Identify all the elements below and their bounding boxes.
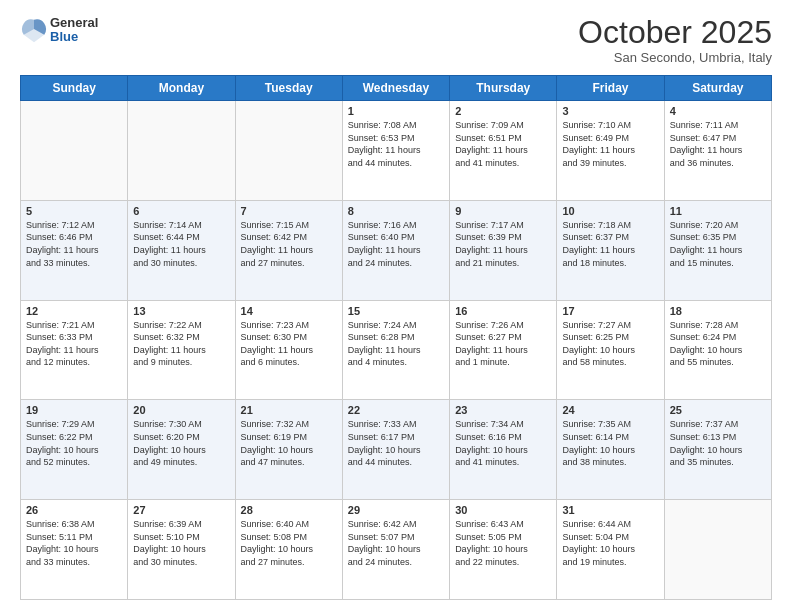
header-row: Sunday Monday Tuesday Wednesday Thursday… bbox=[21, 76, 772, 101]
day-number: 3 bbox=[562, 105, 658, 117]
table-row: 31Sunrise: 6:44 AM Sunset: 5:04 PM Dayli… bbox=[557, 500, 664, 600]
table-row: 14Sunrise: 7:23 AM Sunset: 6:30 PM Dayli… bbox=[235, 300, 342, 400]
day-info: Sunrise: 7:11 AM Sunset: 6:47 PM Dayligh… bbox=[670, 119, 766, 169]
col-saturday: Saturday bbox=[664, 76, 771, 101]
calendar-table: Sunday Monday Tuesday Wednesday Thursday… bbox=[20, 75, 772, 600]
day-info: Sunrise: 6:40 AM Sunset: 5:08 PM Dayligh… bbox=[241, 518, 337, 568]
table-row: 27Sunrise: 6:39 AM Sunset: 5:10 PM Dayli… bbox=[128, 500, 235, 600]
day-info: Sunrise: 7:27 AM Sunset: 6:25 PM Dayligh… bbox=[562, 319, 658, 369]
col-thursday: Thursday bbox=[450, 76, 557, 101]
day-info: Sunrise: 7:24 AM Sunset: 6:28 PM Dayligh… bbox=[348, 319, 444, 369]
day-info: Sunrise: 7:29 AM Sunset: 6:22 PM Dayligh… bbox=[26, 418, 122, 468]
col-wednesday: Wednesday bbox=[342, 76, 449, 101]
header: General Blue October 2025 San Secondo, U… bbox=[20, 16, 772, 65]
table-row: 20Sunrise: 7:30 AM Sunset: 6:20 PM Dayli… bbox=[128, 400, 235, 500]
table-row: 25Sunrise: 7:37 AM Sunset: 6:13 PM Dayli… bbox=[664, 400, 771, 500]
col-tuesday: Tuesday bbox=[235, 76, 342, 101]
table-row: 23Sunrise: 7:34 AM Sunset: 6:16 PM Dayli… bbox=[450, 400, 557, 500]
page: General Blue October 2025 San Secondo, U… bbox=[0, 0, 792, 612]
title-block: October 2025 San Secondo, Umbria, Italy bbox=[578, 16, 772, 65]
table-row bbox=[664, 500, 771, 600]
day-info: Sunrise: 7:28 AM Sunset: 6:24 PM Dayligh… bbox=[670, 319, 766, 369]
day-info: Sunrise: 7:09 AM Sunset: 6:51 PM Dayligh… bbox=[455, 119, 551, 169]
table-row: 21Sunrise: 7:32 AM Sunset: 6:19 PM Dayli… bbox=[235, 400, 342, 500]
day-info: Sunrise: 7:21 AM Sunset: 6:33 PM Dayligh… bbox=[26, 319, 122, 369]
logo-icon bbox=[20, 16, 48, 44]
day-number: 1 bbox=[348, 105, 444, 117]
day-number: 2 bbox=[455, 105, 551, 117]
day-info: Sunrise: 7:10 AM Sunset: 6:49 PM Dayligh… bbox=[562, 119, 658, 169]
table-row: 7Sunrise: 7:15 AM Sunset: 6:42 PM Daylig… bbox=[235, 200, 342, 300]
day-number: 4 bbox=[670, 105, 766, 117]
day-info: Sunrise: 6:38 AM Sunset: 5:11 PM Dayligh… bbox=[26, 518, 122, 568]
logo-text: General Blue bbox=[50, 16, 98, 45]
day-info: Sunrise: 6:44 AM Sunset: 5:04 PM Dayligh… bbox=[562, 518, 658, 568]
day-info: Sunrise: 7:34 AM Sunset: 6:16 PM Dayligh… bbox=[455, 418, 551, 468]
day-info: Sunrise: 7:26 AM Sunset: 6:27 PM Dayligh… bbox=[455, 319, 551, 369]
table-row: 10Sunrise: 7:18 AM Sunset: 6:37 PM Dayli… bbox=[557, 200, 664, 300]
day-number: 25 bbox=[670, 404, 766, 416]
day-number: 18 bbox=[670, 305, 766, 317]
day-number: 27 bbox=[133, 504, 229, 516]
day-info: Sunrise: 7:23 AM Sunset: 6:30 PM Dayligh… bbox=[241, 319, 337, 369]
day-number: 11 bbox=[670, 205, 766, 217]
col-sunday: Sunday bbox=[21, 76, 128, 101]
table-row: 16Sunrise: 7:26 AM Sunset: 6:27 PM Dayli… bbox=[450, 300, 557, 400]
day-number: 13 bbox=[133, 305, 229, 317]
day-info: Sunrise: 7:15 AM Sunset: 6:42 PM Dayligh… bbox=[241, 219, 337, 269]
day-number: 5 bbox=[26, 205, 122, 217]
calendar-row: 1Sunrise: 7:08 AM Sunset: 6:53 PM Daylig… bbox=[21, 101, 772, 201]
day-number: 26 bbox=[26, 504, 122, 516]
day-number: 7 bbox=[241, 205, 337, 217]
day-info: Sunrise: 7:35 AM Sunset: 6:14 PM Dayligh… bbox=[562, 418, 658, 468]
logo: General Blue bbox=[20, 16, 98, 45]
day-info: Sunrise: 7:20 AM Sunset: 6:35 PM Dayligh… bbox=[670, 219, 766, 269]
day-info: Sunrise: 7:08 AM Sunset: 6:53 PM Dayligh… bbox=[348, 119, 444, 169]
table-row: 19Sunrise: 7:29 AM Sunset: 6:22 PM Dayli… bbox=[21, 400, 128, 500]
table-row: 18Sunrise: 7:28 AM Sunset: 6:24 PM Dayli… bbox=[664, 300, 771, 400]
table-row: 8Sunrise: 7:16 AM Sunset: 6:40 PM Daylig… bbox=[342, 200, 449, 300]
day-info: Sunrise: 7:30 AM Sunset: 6:20 PM Dayligh… bbox=[133, 418, 229, 468]
day-info: Sunrise: 7:18 AM Sunset: 6:37 PM Dayligh… bbox=[562, 219, 658, 269]
day-number: 23 bbox=[455, 404, 551, 416]
day-number: 22 bbox=[348, 404, 444, 416]
day-info: Sunrise: 7:22 AM Sunset: 6:32 PM Dayligh… bbox=[133, 319, 229, 369]
day-info: Sunrise: 7:16 AM Sunset: 6:40 PM Dayligh… bbox=[348, 219, 444, 269]
table-row: 22Sunrise: 7:33 AM Sunset: 6:17 PM Dayli… bbox=[342, 400, 449, 500]
logo-general: General bbox=[50, 16, 98, 30]
col-monday: Monday bbox=[128, 76, 235, 101]
day-number: 20 bbox=[133, 404, 229, 416]
table-row: 13Sunrise: 7:22 AM Sunset: 6:32 PM Dayli… bbox=[128, 300, 235, 400]
table-row: 28Sunrise: 6:40 AM Sunset: 5:08 PM Dayli… bbox=[235, 500, 342, 600]
table-row: 15Sunrise: 7:24 AM Sunset: 6:28 PM Dayli… bbox=[342, 300, 449, 400]
day-number: 14 bbox=[241, 305, 337, 317]
day-number: 24 bbox=[562, 404, 658, 416]
day-info: Sunrise: 7:12 AM Sunset: 6:46 PM Dayligh… bbox=[26, 219, 122, 269]
day-number: 17 bbox=[562, 305, 658, 317]
day-number: 19 bbox=[26, 404, 122, 416]
day-info: Sunrise: 7:32 AM Sunset: 6:19 PM Dayligh… bbox=[241, 418, 337, 468]
day-info: Sunrise: 6:42 AM Sunset: 5:07 PM Dayligh… bbox=[348, 518, 444, 568]
day-info: Sunrise: 6:43 AM Sunset: 5:05 PM Dayligh… bbox=[455, 518, 551, 568]
table-row: 9Sunrise: 7:17 AM Sunset: 6:39 PM Daylig… bbox=[450, 200, 557, 300]
table-row: 12Sunrise: 7:21 AM Sunset: 6:33 PM Dayli… bbox=[21, 300, 128, 400]
table-row: 11Sunrise: 7:20 AM Sunset: 6:35 PM Dayli… bbox=[664, 200, 771, 300]
table-row: 17Sunrise: 7:27 AM Sunset: 6:25 PM Dayli… bbox=[557, 300, 664, 400]
calendar-row: 5Sunrise: 7:12 AM Sunset: 6:46 PM Daylig… bbox=[21, 200, 772, 300]
table-row: 29Sunrise: 6:42 AM Sunset: 5:07 PM Dayli… bbox=[342, 500, 449, 600]
day-info: Sunrise: 7:14 AM Sunset: 6:44 PM Dayligh… bbox=[133, 219, 229, 269]
day-number: 10 bbox=[562, 205, 658, 217]
day-number: 28 bbox=[241, 504, 337, 516]
table-row: 1Sunrise: 7:08 AM Sunset: 6:53 PM Daylig… bbox=[342, 101, 449, 201]
day-number: 15 bbox=[348, 305, 444, 317]
table-row bbox=[128, 101, 235, 201]
logo-blue: Blue bbox=[50, 30, 98, 44]
month-title: October 2025 bbox=[578, 16, 772, 48]
table-row: 4Sunrise: 7:11 AM Sunset: 6:47 PM Daylig… bbox=[664, 101, 771, 201]
calendar-row: 19Sunrise: 7:29 AM Sunset: 6:22 PM Dayli… bbox=[21, 400, 772, 500]
table-row: 30Sunrise: 6:43 AM Sunset: 5:05 PM Dayli… bbox=[450, 500, 557, 600]
day-number: 16 bbox=[455, 305, 551, 317]
day-info: Sunrise: 7:33 AM Sunset: 6:17 PM Dayligh… bbox=[348, 418, 444, 468]
day-info: Sunrise: 7:37 AM Sunset: 6:13 PM Dayligh… bbox=[670, 418, 766, 468]
table-row bbox=[21, 101, 128, 201]
